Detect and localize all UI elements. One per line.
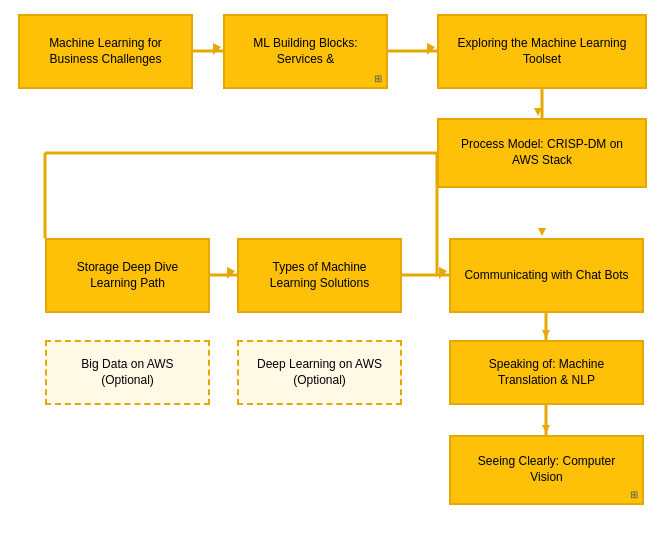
expand-icon-ml-building: ⊞ xyxy=(374,72,382,85)
node-storage[interactable]: Storage Deep Dive Learning Path xyxy=(45,238,210,313)
node-types-ml[interactable]: Types of Machine Learning Solutions xyxy=(237,238,402,313)
svg-marker-12 xyxy=(427,43,435,55)
svg-marker-16 xyxy=(538,228,546,236)
svg-marker-13 xyxy=(227,267,235,279)
diagram-container: Machine Learning for Business Challenges… xyxy=(0,0,669,548)
svg-marker-17 xyxy=(542,330,550,338)
svg-marker-15 xyxy=(534,108,542,116)
node-exploring[interactable]: Exploring the Machine Learning Toolset xyxy=(437,14,647,89)
node-ml-business[interactable]: Machine Learning for Business Challenges xyxy=(18,14,193,89)
svg-marker-14 xyxy=(439,267,447,279)
node-ml-building[interactable]: ML Building Blocks: Services & ⊞ xyxy=(223,14,388,89)
svg-marker-18 xyxy=(542,425,550,433)
svg-marker-11 xyxy=(213,43,221,55)
node-big-data[interactable]: Big Data on AWS (Optional) xyxy=(45,340,210,405)
node-computer-vision[interactable]: Seeing Clearly: Computer Vision ⊞ xyxy=(449,435,644,505)
node-translation[interactable]: Speaking of: Machine Translation & NLP xyxy=(449,340,644,405)
node-crisp-dm[interactable]: Process Model: CRISP-DM on AWS Stack xyxy=(437,118,647,188)
node-deep-learning[interactable]: Deep Learning on AWS (Optional) xyxy=(237,340,402,405)
node-chat-bots[interactable]: Communicating with Chat Bots xyxy=(449,238,644,313)
expand-icon-computer-vision: ⊞ xyxy=(630,488,638,501)
